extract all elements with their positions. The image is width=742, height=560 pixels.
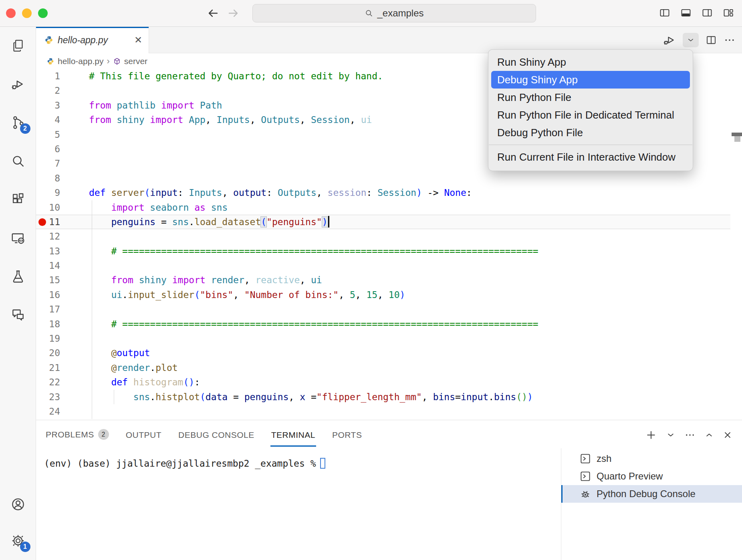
code-line-21[interactable]: 21 @render.plot: [36, 361, 742, 375]
sidebar-item-remote-explorer[interactable]: [5, 225, 31, 251]
customize-layout-icon[interactable]: [723, 7, 734, 18]
terminal-instance-label: zsh: [597, 453, 611, 464]
menu-item-debug-shiny-app[interactable]: Debug Shiny App: [491, 71, 690, 89]
code-line-18[interactable]: 18 # ===================================…: [36, 317, 742, 331]
panel-tab-ports[interactable]: PORTS: [331, 430, 363, 447]
code-text: from pathlib import Path: [89, 98, 222, 113]
accounts-button[interactable]: [5, 491, 31, 517]
panel-tab-debug-console[interactable]: DEBUG CONSOLE: [177, 430, 255, 447]
more-actions-icon[interactable]: [724, 34, 736, 46]
split-editor-icon[interactable]: [705, 34, 717, 46]
line-number[interactable]: 4: [36, 113, 60, 127]
panel-tab-terminal[interactable]: TERMINAL: [270, 430, 316, 447]
overview-ruler-handle[interactable]: [734, 136, 740, 142]
sidebar-item-search[interactable]: [5, 148, 31, 174]
terminal-instance-quarto-preview[interactable]: Quarto Preview: [561, 467, 742, 485]
zoom-window-button[interactable]: [38, 8, 48, 18]
line-number[interactable]: 9: [36, 185, 60, 200]
menu-item-debug-python-file[interactable]: Debug Python File: [488, 124, 693, 141]
line-number[interactable]: 12: [36, 229, 60, 244]
line-number[interactable]: 20: [36, 346, 60, 360]
settings-badge: 1: [20, 542, 30, 552]
line-number[interactable]: 3: [36, 98, 60, 113]
code-line-22[interactable]: 22 def histogram():: [36, 375, 742, 389]
sidebar-item-explorer[interactable]: [5, 32, 31, 58]
terminal-instance-python-debug-console[interactable]: Python Debug Console: [561, 485, 742, 503]
bottom-panel: PROBLEMS2OUTPUTDEBUG CONSOLETERMINALPORT…: [36, 420, 742, 560]
minimize-window-button[interactable]: [22, 8, 32, 18]
line-number[interactable]: 5: [36, 127, 60, 142]
line-number[interactable]: 19: [36, 331, 60, 346]
panel-tab-problems[interactable]: PROBLEMS2: [45, 429, 110, 447]
line-number[interactable]: 10: [36, 200, 60, 215]
run-or-debug-button[interactable]: [663, 33, 676, 47]
line-number[interactable]: 21: [36, 361, 60, 375]
panel-tab-output[interactable]: OUTPUT: [125, 430, 162, 447]
terminal-dropdown-chevron-icon[interactable]: [667, 431, 675, 439]
sidebar-item-comments[interactable]: [5, 302, 31, 328]
navigate-back-button[interactable]: [205, 5, 221, 21]
account-icon: [10, 497, 26, 512]
sidebar-item-testing[interactable]: [5, 263, 31, 289]
settings-button[interactable]: 1: [5, 528, 31, 554]
sidebar-item-run-debug[interactable]: [5, 71, 31, 97]
code-line-16[interactable]: 16 ui.input_slider("bins", "Number of bi…: [36, 288, 742, 302]
line-number[interactable]: 6: [36, 142, 60, 156]
sidebar-item-source-control[interactable]: 2: [5, 109, 31, 135]
line-number[interactable]: 23: [36, 390, 60, 404]
code-line-15[interactable]: 15 from shiny import render, reactive, u…: [36, 273, 742, 287]
breadcrumb-file[interactable]: hello-app.py: [58, 56, 103, 66]
maximize-panel-icon[interactable]: [705, 431, 713, 439]
line-number[interactable]: 7: [36, 156, 60, 171]
line-number[interactable]: 24: [36, 404, 60, 419]
line-number[interactable]: 8: [36, 171, 60, 185]
menu-item-run-python-file-in-dedicated-terminal[interactable]: Run Python File in Dedicated Terminal: [488, 106, 693, 124]
line-number[interactable]: 11: [36, 215, 60, 229]
panel-tab-label: PROBLEMS: [46, 430, 94, 439]
menu-item-run-current-file-in-interactive-window[interactable]: Run Current File in Interactive Window: [488, 148, 693, 166]
terminal-instance-zsh[interactable]: zsh: [561, 450, 742, 467]
code-line-9[interactable]: 9def server(input: Inputs, output: Outpu…: [36, 185, 742, 200]
sidebar-item-extensions[interactable]: [5, 186, 31, 212]
code-line-12[interactable]: 12: [36, 229, 742, 244]
toggle-secondary-sidebar-icon[interactable]: [702, 7, 713, 18]
code-line-20[interactable]: 20 @output: [36, 346, 742, 360]
code-line-24[interactable]: 24: [36, 404, 742, 419]
search-icon: [10, 153, 26, 169]
close-tab-icon[interactable]: ✕: [134, 34, 142, 46]
line-number[interactable]: 16: [36, 288, 60, 302]
line-number[interactable]: 13: [36, 244, 60, 258]
line-number[interactable]: 15: [36, 273, 60, 287]
tab-hello-app[interactable]: hello-app.py ✕: [36, 27, 149, 53]
code-text: from shiny import App, Inputs, Outputs, …: [89, 113, 372, 127]
line-number[interactable]: 17: [36, 302, 60, 316]
code-line-17[interactable]: 17: [36, 302, 742, 316]
line-number[interactable]: 1: [36, 69, 60, 83]
menu-item-run-shiny-app[interactable]: Run Shiny App: [488, 53, 693, 71]
code-line-8[interactable]: 8: [36, 171, 742, 185]
line-number[interactable]: 22: [36, 375, 60, 389]
line-number[interactable]: 2: [36, 83, 60, 98]
command-center-search[interactable]: _examples: [252, 4, 536, 22]
terminal-cursor: [320, 458, 325, 469]
line-number[interactable]: 14: [36, 258, 60, 273]
terminal-output[interactable]: (env) (base) jjallaire@jjallairesmbp2 _e…: [44, 458, 325, 469]
code-line-11[interactable]: 11 penguins = sns.load_dataset("penguins…: [36, 215, 742, 229]
code-line-10[interactable]: 10 import seaborn as sns: [36, 200, 742, 215]
code-line-23[interactable]: 23 sns.histplot(data = penguins, x ="fli…: [36, 390, 742, 404]
code-line-19[interactable]: 19: [36, 331, 742, 346]
menu-item-run-python-file[interactable]: Run Python File: [488, 89, 693, 106]
code-line-13[interactable]: 13 # ===================================…: [36, 244, 742, 258]
close-window-button[interactable]: [6, 8, 16, 18]
panel-more-actions-icon[interactable]: [684, 429, 696, 441]
run-dropdown-button[interactable]: [683, 33, 699, 47]
line-number[interactable]: 18: [36, 317, 60, 331]
problems-badge: 2: [98, 429, 109, 440]
close-panel-icon[interactable]: [723, 430, 732, 440]
navigate-forward-button[interactable]: [225, 5, 241, 21]
new-terminal-icon[interactable]: [645, 429, 657, 441]
toggle-panel-icon[interactable]: [680, 7, 692, 18]
breadcrumb-symbol[interactable]: server: [124, 56, 147, 66]
code-line-14[interactable]: 14: [36, 258, 742, 273]
toggle-primary-sidebar-icon[interactable]: [659, 7, 670, 18]
